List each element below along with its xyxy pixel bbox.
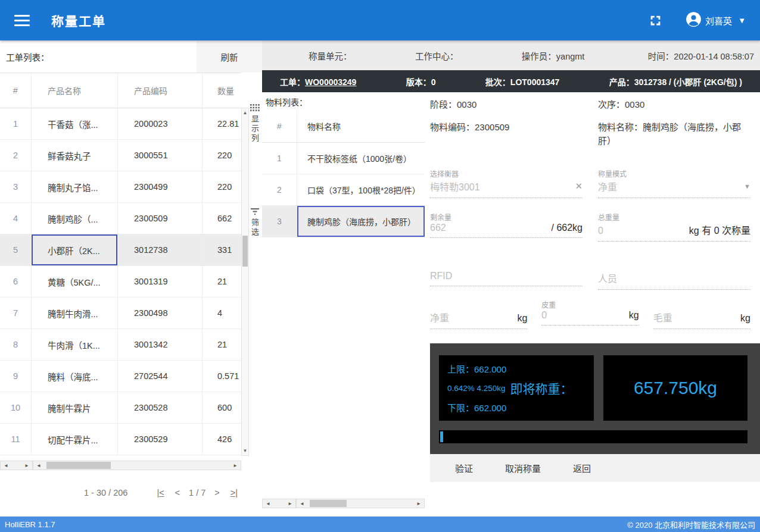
net-weight-input[interactable]: 净重 kg (430, 299, 527, 329)
pinned-scroll-buttons[interactable]: ◄ ► (262, 499, 296, 508)
prev-page-icon[interactable]: < (170, 488, 185, 497)
total-weight-field[interactable]: 总重量 0 kg 有 0 次称量 (598, 212, 750, 242)
last-page-icon[interactable]: >| (225, 488, 243, 497)
current-weight-display: 657.750kg (603, 355, 747, 421)
app-version: HolliEBR 1.1.7 (5, 520, 55, 529)
material-list-title: 物料列表： (266, 96, 307, 108)
top-header: 称量工单 刘喜英 ▼ (0, 0, 760, 40)
display-columns-label: 显示列 (249, 115, 260, 143)
product-field: 产品：3012738 / (小郡肝 (2KG/包) ) (609, 76, 742, 87)
material-row[interactable]: 2 口袋（37型，100根*28把/件） (262, 174, 425, 206)
user-name: 刘喜英 (705, 14, 732, 27)
session-info-bar: 称量单元： 工作中心： 操作员：yangmt 时间：2020-01-14 08:… (262, 40, 760, 70)
material-code-field: 物料编码：2300509 (430, 120, 583, 148)
page-title: 称量工单 (51, 11, 106, 29)
material-row[interactable]: 1 不干胶标签纸（1000张/卷） (262, 143, 425, 174)
verify-button[interactable]: 验证 (455, 462, 473, 474)
table-row[interactable]: 3 腌制丸子馅... 2300499 220 (0, 171, 241, 203)
app-window: 称量工单 刘喜英 ▼ 工单列表： (0, 0, 760, 532)
table-row[interactable]: 1 干香菇（涨... 2000023 22.81 (0, 108, 241, 140)
filter-icon (250, 208, 260, 215)
person-input[interactable]: 人员 (598, 271, 750, 290)
rfid-input[interactable]: RFID (430, 271, 583, 290)
tolerance-value: 0.642% 4.250kg (447, 384, 506, 393)
time-field: 时间：2020-01-14 08:58:07 (648, 49, 754, 62)
pagination-range: 1 - 30 / 206 (84, 488, 127, 497)
operator-field: 操作员：yangmt (522, 49, 585, 62)
clear-icon[interactable]: ✕ (575, 181, 583, 192)
fullscreen-icon[interactable] (649, 14, 662, 27)
avatar-icon (686, 11, 702, 30)
sequence-field: 次序：0030 (598, 98, 750, 111)
scrollbar-thumb[interactable] (310, 500, 347, 507)
chevron-down-icon[interactable]: ▼ (744, 183, 750, 190)
horizontal-scrollbar[interactable]: ◄ ► (33, 461, 241, 470)
upper-limit: 上限：662.000 (447, 362, 585, 375)
version-field: 版本：0 (406, 76, 436, 87)
table-row[interactable]: 7 腌制牛肉滑... 2300498 4 (0, 298, 241, 329)
table-row[interactable]: 6 黄糖（5KG/... 3001319 21 (0, 266, 241, 298)
weighing-detail-panel: 阶段：0030 次序：0030 物料编码：2300509 物料名称：腌制鸡胗（海… (426, 92, 760, 517)
horizontal-scrollbar[interactable]: ◄ ► (296, 499, 425, 508)
scroll-left-icon[interactable]: ◄ (33, 463, 44, 468)
table-row[interactable]: 11 切配牛霖片... 2300529 426 (0, 424, 241, 455)
work-center-label: 工作中心： (415, 49, 459, 62)
display-columns-tool[interactable]: 显示列 (249, 104, 260, 143)
refresh-button[interactable]: 刷新 (197, 40, 262, 73)
table-row[interactable]: 9 腌料（海底... 2702544 0.571 (0, 361, 241, 392)
cancel-weigh-button[interactable]: 取消称量 (505, 462, 541, 474)
vertical-scrollbar[interactable]: ▲ ▼ (241, 108, 249, 456)
work-order-bar: 工单：WO00003249 版本：0 批次：LOT0001347 产品：3012… (262, 70, 760, 92)
user-menu[interactable]: 刘喜英 ▼ (686, 11, 746, 30)
scroll-down-icon[interactable]: ▼ (242, 448, 248, 453)
table-row[interactable]: 2 鲜香菇丸子 3000551 220 (0, 140, 241, 171)
menu-icon[interactable] (14, 12, 31, 29)
table-row-selected[interactable]: 5 小郡肝（2K... 3012738 331 (0, 234, 241, 266)
copyright: © 2020 北京和利时智能技术有限公司 (627, 519, 755, 530)
material-row-selected[interactable]: 3 腌制鸡胗（海底捞，小郡肝） (262, 206, 425, 237)
stage-field: 阶段：0030 (430, 98, 583, 111)
grid-icon (250, 104, 260, 111)
scale-select[interactable]: 选择衡器 梅特勒3001 ✕ (430, 168, 583, 198)
scale-display-panel: 上限：662.000 0.642% 4.250kg 即将称重： 下限：662.0… (430, 343, 760, 454)
batch-field: 批次：LOT0001347 (485, 76, 560, 87)
limit-display: 上限：662.000 0.642% 4.250kg 即将称重： 下限：662.0… (439, 355, 594, 421)
next-page-icon[interactable]: > (209, 488, 225, 497)
scroll-left-icon[interactable]: ◄ (263, 501, 273, 506)
gross-weight-input[interactable]: 毛重 kg (653, 299, 750, 329)
scroll-left-icon[interactable]: ◄ (1, 463, 11, 468)
order-number[interactable]: 工单：WO00003249 (280, 76, 356, 87)
pinned-scroll-buttons[interactable]: ◄ ► (0, 461, 33, 470)
filter-tool[interactable]: 筛选 (249, 208, 260, 237)
weigh-unit-label: 称量单元： (309, 49, 352, 62)
first-page-icon[interactable]: |< (151, 488, 169, 497)
scrollbar-thumb[interactable] (242, 236, 248, 267)
weight-progress-indicator (440, 431, 443, 442)
order-list-title: 工单列表： (6, 40, 49, 73)
order-list-header: 工单列表： 刷新 (0, 40, 262, 73)
table-row[interactable]: 10 腌制牛霖片 2300528 600 (0, 392, 241, 424)
table-row[interactable]: 8 牛肉滑（1K... 3001342 21 (0, 329, 241, 361)
scroll-left-icon[interactable]: ◄ (297, 501, 307, 506)
scroll-right-icon[interactable]: ► (230, 463, 241, 468)
lower-limit: 下限：662.000 (447, 401, 585, 414)
scroll-right-icon[interactable]: ► (21, 463, 32, 468)
scrollbar-thumb[interactable] (46, 462, 111, 469)
weight-progress-bar (439, 430, 747, 443)
chevron-down-icon: ▼ (738, 16, 746, 25)
order-list-panel: 工单列表： 刷新 # 产品名称 产品编码 数量 1 干香菇（涨... 20000… (0, 40, 262, 517)
scroll-right-icon[interactable]: ► (285, 501, 295, 506)
tare-weight-input[interactable]: 皮重 0 kg (541, 299, 638, 329)
order-table-header: # 产品名称 产品编码 数量 (0, 73, 241, 108)
material-name-field: 物料名称：腌制鸡胗（海底捞，小郡肝） (598, 120, 750, 148)
weigh-mode-select[interactable]: 称量模式 净重 ▼ (598, 168, 750, 198)
back-button[interactable]: 返回 (573, 462, 591, 474)
material-list-panel: 物料列表： # 物料名称 1 不干胶标签纸（1000张/卷） 2 口袋（37型，… (262, 92, 426, 517)
remaining-field[interactable]: 剩余量 662 / 662kg (430, 212, 583, 242)
table-row[interactable]: 4 腌制鸡胗（... 2300509 662 (0, 203, 241, 234)
scroll-up-icon[interactable]: ▲ (242, 110, 248, 115)
order-table: # 产品名称 产品编码 数量 1 干香菇（涨... 2000023 22.81 … (0, 73, 241, 455)
scroll-right-icon[interactable]: ► (413, 501, 424, 506)
material-table: # 物料名称 1 不干胶标签纸（1000张/卷） 2 口袋（37型，100根*2… (262, 110, 425, 237)
filter-label: 筛选 (249, 218, 260, 237)
